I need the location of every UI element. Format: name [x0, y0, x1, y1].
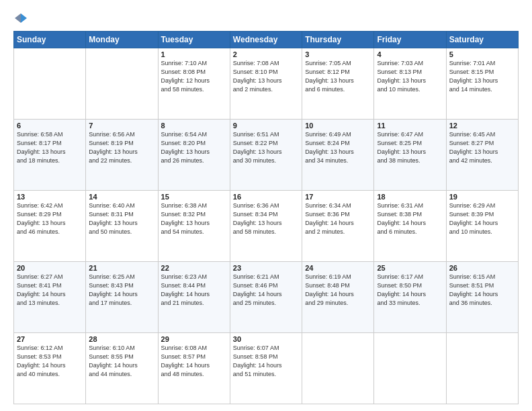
calendar-cell: 28Sunrise: 6:10 AM Sunset: 8:55 PM Dayli… [86, 333, 158, 404]
calendar-header: SundayMondayTuesdayWednesdayThursdayFrid… [14, 32, 519, 48]
calendar-table: SundayMondayTuesdayWednesdayThursdayFrid… [13, 31, 519, 404]
header [13, 12, 519, 24]
day-info: Sunrise: 7:08 AM Sunset: 8:10 PM Dayligh… [233, 59, 299, 94]
day-number: 26 [449, 264, 515, 272]
day-info: Sunrise: 7:05 AM Sunset: 8:12 PM Dayligh… [305, 59, 371, 94]
calendar-cell: 16Sunrise: 6:36 AM Sunset: 8:34 PM Dayli… [230, 191, 302, 262]
day-number: 17 [305, 193, 371, 201]
calendar-cell: 22Sunrise: 6:23 AM Sunset: 8:44 PM Dayli… [158, 262, 230, 333]
calendar-cell [302, 333, 374, 404]
calendar-week-2: 6Sunrise: 6:58 AM Sunset: 8:17 PM Daylig… [14, 120, 519, 191]
day-info: Sunrise: 6:07 AM Sunset: 8:58 PM Dayligh… [233, 344, 299, 379]
day-info: Sunrise: 6:19 AM Sunset: 8:48 PM Dayligh… [305, 273, 371, 308]
day-number: 6 [17, 122, 83, 130]
day-info: Sunrise: 6:58 AM Sunset: 8:17 PM Dayligh… [17, 130, 83, 165]
day-number: 3 [305, 50, 371, 58]
calendar-cell: 12Sunrise: 6:45 AM Sunset: 8:27 PM Dayli… [446, 120, 518, 191]
day-number: 24 [305, 264, 371, 272]
calendar-cell: 2Sunrise: 7:08 AM Sunset: 8:10 PM Daylig… [230, 48, 302, 120]
calendar-cell: 18Sunrise: 6:31 AM Sunset: 8:38 PM Dayli… [374, 191, 446, 262]
day-info: Sunrise: 7:10 AM Sunset: 8:08 PM Dayligh… [161, 59, 227, 94]
day-number: 13 [17, 193, 83, 201]
calendar-cell: 29Sunrise: 6:08 AM Sunset: 8:57 PM Dayli… [158, 333, 230, 404]
calendar-cell: 13Sunrise: 6:42 AM Sunset: 8:29 PM Dayli… [14, 191, 86, 262]
calendar-cell: 14Sunrise: 6:40 AM Sunset: 8:31 PM Dayli… [86, 191, 158, 262]
day-number: 30 [233, 335, 299, 343]
day-header-row: SundayMondayTuesdayWednesdayThursdayFrid… [14, 32, 519, 48]
day-header-sunday: Sunday [14, 32, 86, 48]
calendar-cell: 27Sunrise: 6:12 AM Sunset: 8:53 PM Dayli… [14, 333, 86, 404]
calendar-week-1: 1Sunrise: 7:10 AM Sunset: 8:08 PM Daylig… [14, 48, 519, 120]
svg-marker-1 [15, 13, 21, 23]
calendar-cell: 10Sunrise: 6:49 AM Sunset: 8:24 PM Dayli… [302, 120, 374, 191]
calendar-cell: 6Sunrise: 6:58 AM Sunset: 8:17 PM Daylig… [14, 120, 86, 191]
day-info: Sunrise: 6:49 AM Sunset: 8:24 PM Dayligh… [305, 130, 371, 165]
day-info: Sunrise: 6:12 AM Sunset: 8:53 PM Dayligh… [17, 344, 83, 379]
day-info: Sunrise: 7:03 AM Sunset: 8:13 PM Dayligh… [377, 59, 443, 94]
day-number: 14 [89, 193, 154, 201]
calendar-cell [86, 48, 158, 120]
day-number: 12 [449, 122, 515, 130]
day-info: Sunrise: 6:40 AM Sunset: 8:31 PM Dayligh… [89, 201, 154, 236]
day-number: 5 [449, 50, 515, 58]
calendar-cell: 17Sunrise: 6:34 AM Sunset: 8:36 PM Dayli… [302, 191, 374, 262]
page: SundayMondayTuesdayWednesdayThursdayFrid… [0, 0, 532, 411]
calendar-cell: 15Sunrise: 6:38 AM Sunset: 8:32 PM Dayli… [158, 191, 230, 262]
day-info: Sunrise: 6:08 AM Sunset: 8:57 PM Dayligh… [161, 344, 227, 379]
calendar-cell: 30Sunrise: 6:07 AM Sunset: 8:58 PM Dayli… [230, 333, 302, 404]
logo [13, 12, 27, 24]
day-number: 9 [233, 122, 299, 130]
day-number: 20 [17, 264, 83, 272]
day-number: 27 [17, 335, 83, 343]
day-number: 16 [233, 193, 299, 201]
day-number: 4 [377, 50, 443, 58]
day-info: Sunrise: 6:27 AM Sunset: 8:41 PM Dayligh… [17, 273, 83, 308]
day-number: 10 [305, 122, 371, 130]
day-info: Sunrise: 7:01 AM Sunset: 8:15 PM Dayligh… [449, 59, 515, 94]
calendar-week-3: 13Sunrise: 6:42 AM Sunset: 8:29 PM Dayli… [14, 191, 519, 262]
logo-flag-icon [15, 12, 27, 24]
day-number: 18 [377, 193, 443, 201]
day-number: 23 [233, 264, 299, 272]
calendar-cell: 5Sunrise: 7:01 AM Sunset: 8:15 PM Daylig… [446, 48, 518, 120]
day-header-tuesday: Tuesday [158, 32, 230, 48]
day-number: 8 [161, 122, 227, 130]
day-number: 21 [89, 264, 154, 272]
day-info: Sunrise: 6:51 AM Sunset: 8:22 PM Dayligh… [233, 130, 299, 165]
day-info: Sunrise: 6:23 AM Sunset: 8:44 PM Dayligh… [161, 273, 227, 308]
svg-marker-0 [21, 13, 27, 23]
day-info: Sunrise: 6:56 AM Sunset: 8:19 PM Dayligh… [89, 130, 154, 165]
day-info: Sunrise: 6:54 AM Sunset: 8:20 PM Dayligh… [161, 130, 227, 165]
calendar-cell: 20Sunrise: 6:27 AM Sunset: 8:41 PM Dayli… [14, 262, 86, 333]
calendar-cell [446, 333, 518, 404]
day-info: Sunrise: 6:45 AM Sunset: 8:27 PM Dayligh… [449, 130, 515, 165]
day-info: Sunrise: 6:21 AM Sunset: 8:46 PM Dayligh… [233, 273, 299, 308]
day-number: 25 [377, 264, 443, 272]
day-number: 28 [89, 335, 154, 343]
day-header-wednesday: Wednesday [230, 32, 302, 48]
day-info: Sunrise: 6:47 AM Sunset: 8:25 PM Dayligh… [377, 130, 443, 165]
calendar-cell: 1Sunrise: 7:10 AM Sunset: 8:08 PM Daylig… [158, 48, 230, 120]
day-number: 29 [161, 335, 227, 343]
calendar-cell [14, 48, 86, 120]
calendar-cell: 23Sunrise: 6:21 AM Sunset: 8:46 PM Dayli… [230, 262, 302, 333]
day-info: Sunrise: 6:29 AM Sunset: 8:39 PM Dayligh… [449, 201, 515, 236]
day-info: Sunrise: 6:38 AM Sunset: 8:32 PM Dayligh… [161, 201, 227, 236]
day-number: 15 [161, 193, 227, 201]
calendar-cell: 9Sunrise: 6:51 AM Sunset: 8:22 PM Daylig… [230, 120, 302, 191]
calendar-cell: 25Sunrise: 6:17 AM Sunset: 8:50 PM Dayli… [374, 262, 446, 333]
calendar-body: 1Sunrise: 7:10 AM Sunset: 8:08 PM Daylig… [14, 48, 519, 404]
day-info: Sunrise: 6:10 AM Sunset: 8:55 PM Dayligh… [89, 344, 154, 379]
day-info: Sunrise: 6:15 AM Sunset: 8:51 PM Dayligh… [449, 273, 515, 308]
day-info: Sunrise: 6:36 AM Sunset: 8:34 PM Dayligh… [233, 201, 299, 236]
day-info: Sunrise: 6:31 AM Sunset: 8:38 PM Dayligh… [377, 201, 443, 236]
calendar-cell: 19Sunrise: 6:29 AM Sunset: 8:39 PM Dayli… [446, 191, 518, 262]
calendar-cell: 24Sunrise: 6:19 AM Sunset: 8:48 PM Dayli… [302, 262, 374, 333]
calendar-cell: 26Sunrise: 6:15 AM Sunset: 8:51 PM Dayli… [446, 262, 518, 333]
day-number: 11 [377, 122, 443, 130]
calendar-cell: 7Sunrise: 6:56 AM Sunset: 8:19 PM Daylig… [86, 120, 158, 191]
day-header-monday: Monday [86, 32, 158, 48]
calendar-week-5: 27Sunrise: 6:12 AM Sunset: 8:53 PM Dayli… [14, 333, 519, 404]
day-header-thursday: Thursday [302, 32, 374, 48]
calendar-cell: 8Sunrise: 6:54 AM Sunset: 8:20 PM Daylig… [158, 120, 230, 191]
